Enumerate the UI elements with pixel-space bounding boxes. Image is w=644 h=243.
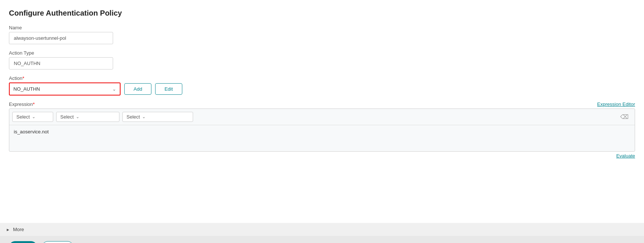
- more-section[interactable]: ► More: [0, 223, 644, 236]
- more-label: More: [13, 227, 24, 232]
- expression-text: is_aoservice.not: [9, 125, 635, 151]
- expression-required-star: *: [33, 101, 35, 107]
- page-title: Configure Authentication Policy: [9, 9, 635, 17]
- expression-dropdowns: Select ⌄ Select ⌄ Select ⌄ ⌫: [9, 109, 635, 125]
- chevron-down-icon: ⌄: [142, 114, 145, 119]
- ok-button[interactable]: OK: [9, 241, 37, 243]
- action-label: Action*: [9, 75, 635, 81]
- close-button[interactable]: Close: [42, 241, 74, 243]
- expression-select-3[interactable]: Select ⌄: [122, 112, 193, 122]
- footer-bar: OK Close: [0, 236, 644, 243]
- expression-section: Expression* Expression Editor Select ⌄ S…: [9, 101, 635, 162]
- expression-label: Expression*: [9, 101, 35, 107]
- expression-editor-link[interactable]: Expression Editor: [597, 101, 635, 107]
- action-dropdown-value: NO_AUTHN: [13, 86, 40, 92]
- expression-header: Expression* Expression Editor: [9, 101, 635, 107]
- chevron-down-icon: ⌄: [32, 114, 35, 119]
- expression-select-1[interactable]: Select ⌄: [12, 112, 53, 122]
- name-label: Name: [9, 25, 635, 30]
- action-dropdown[interactable]: NO_AUTHN ⌄: [9, 82, 121, 95]
- action-type-label: Action Type: [9, 50, 635, 56]
- expression-select-2[interactable]: Select ⌄: [56, 112, 119, 122]
- name-group: Name: [9, 25, 635, 44]
- clear-expression-button[interactable]: ⌫: [617, 113, 632, 121]
- expression-box: Select ⌄ Select ⌄ Select ⌄ ⌫ is_aoservic…: [9, 108, 635, 152]
- evaluate-link[interactable]: Evaluate: [616, 153, 635, 159]
- action-group: Action* NO_AUTHN ⌄ Add Edit: [9, 75, 635, 95]
- action-type-input[interactable]: [9, 57, 113, 69]
- name-input[interactable]: [9, 32, 113, 44]
- action-required-star: *: [22, 75, 24, 81]
- chevron-down-icon: ⌄: [76, 114, 79, 119]
- edit-button[interactable]: Edit: [155, 83, 182, 95]
- add-button[interactable]: Add: [124, 83, 151, 95]
- expression-footer: Evaluate: [9, 152, 635, 162]
- action-type-group: Action Type: [9, 50, 635, 69]
- chevron-down-icon: ⌄: [112, 87, 116, 92]
- more-arrow-icon: ►: [6, 227, 10, 232]
